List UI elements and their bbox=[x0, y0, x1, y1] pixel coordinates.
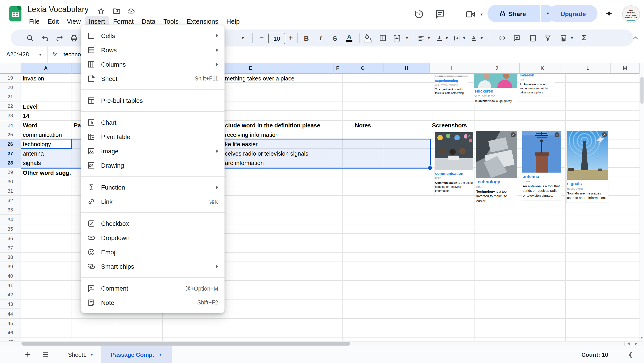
column-header-K[interactable]: K bbox=[520, 63, 565, 74]
column-header-G[interactable]: G bbox=[342, 63, 384, 74]
card-close-icon[interactable]: ✕ bbox=[511, 132, 516, 137]
cell-A22[interactable]: Level bbox=[23, 103, 38, 110]
search-button[interactable] bbox=[24, 29, 36, 46]
italic-button[interactable]: I bbox=[317, 29, 325, 46]
row-header-41[interactable]: 41 bbox=[0, 281, 21, 290]
cell-E25[interactable]: receiving information bbox=[225, 131, 278, 138]
scroll-left-arrow-icon[interactable]: ◀ bbox=[624, 341, 632, 346]
insert-menu-item-rows[interactable]: Rows bbox=[81, 43, 224, 57]
insert-menu-item-comment[interactable]: Comment⌘+Option+M bbox=[81, 281, 224, 296]
vocab-card-communication[interactable]: ✕communicationnounCommunication is the a… bbox=[435, 132, 473, 195]
column-header-J[interactable]: J bbox=[474, 63, 520, 74]
account-avatar[interactable]: THEONLINEREADINGSPECIALIST bbox=[622, 5, 640, 23]
comment-history-icon[interactable] bbox=[435, 9, 446, 20]
font-size-input[interactable]: 10 bbox=[268, 33, 285, 44]
upgrade-button[interactable]: Upgrade bbox=[549, 5, 598, 22]
menubar-item-help[interactable]: Help bbox=[222, 16, 244, 27]
borders-button[interactable] bbox=[378, 29, 387, 46]
insert-menu-item-dropdown[interactable]: Dropdown bbox=[81, 231, 224, 245]
row-header-31[interactable]: 31 bbox=[0, 186, 21, 196]
tab-passage-comp[interactable]: Passage Comp. ▼ bbox=[101, 346, 172, 363]
scroll-right-arrow-icon[interactable]: ▶ bbox=[632, 341, 640, 346]
cell-A29[interactable]: Other word sugg. bbox=[23, 169, 71, 176]
row-header-33[interactable]: 33 bbox=[0, 205, 21, 215]
text-rotation-arrow-icon[interactable]: ▼ bbox=[479, 29, 484, 46]
name-box[interactable]: A26:H28 ▼ bbox=[0, 46, 48, 63]
meet-dropdown-arrow-icon[interactable]: ▼ bbox=[480, 12, 484, 16]
cell-A25[interactable]: communication bbox=[23, 131, 62, 138]
select-all-corner[interactable] bbox=[0, 63, 21, 74]
merge-dropdown-arrow-icon[interactable]: ▼ bbox=[404, 29, 410, 46]
cell-I24[interactable]: Screenshots bbox=[432, 122, 467, 129]
increase-font-size-button[interactable]: + bbox=[287, 29, 295, 46]
share-button[interactable]: Share bbox=[488, 5, 540, 22]
row-header-22[interactable]: 22 bbox=[0, 102, 21, 111]
collapse-side-panel-icon[interactable]: ❮ bbox=[628, 351, 634, 359]
add-sheet-button[interactable] bbox=[22, 349, 33, 360]
cell-A19[interactable]: invasion bbox=[23, 75, 44, 82]
insert-menu-item-columns[interactable]: Columns bbox=[81, 57, 224, 71]
vocab-card-experimenting[interactable]: experimentingverb, present participleTo … bbox=[435, 73, 468, 97]
redo-button[interactable] bbox=[54, 29, 65, 46]
insert-menu-item-pivot-table[interactable]: Pivot table bbox=[81, 130, 224, 144]
fill-handle[interactable] bbox=[428, 165, 432, 170]
bold-button[interactable]: B bbox=[302, 29, 310, 46]
row-header-25[interactable]: 25 bbox=[0, 130, 21, 139]
menubar-item-file[interactable]: File bbox=[25, 16, 44, 27]
text-wrap-button[interactable] bbox=[452, 29, 461, 46]
filter-views-arrow-icon[interactable]: ▼ bbox=[569, 29, 575, 46]
move-folder-icon[interactable] bbox=[113, 7, 121, 15]
row-header-47[interactable]: 47 bbox=[0, 338, 21, 341]
decrease-font-size-button[interactable]: − bbox=[258, 29, 266, 46]
undo-button[interactable] bbox=[39, 29, 51, 46]
insert-menu-item-sheet[interactable]: SheetShift+F11 bbox=[81, 71, 224, 86]
cell-E19[interactable]: mething takes over a place bbox=[225, 75, 294, 82]
row-header-43[interactable]: 43 bbox=[0, 300, 21, 309]
row-header-32[interactable]: 32 bbox=[0, 196, 21, 205]
name-box-arrow-icon[interactable]: ▼ bbox=[38, 53, 42, 57]
column-header-F[interactable]: F bbox=[334, 63, 342, 74]
print-button[interactable] bbox=[68, 29, 80, 46]
star-icon[interactable] bbox=[97, 7, 105, 15]
gemini-icon[interactable]: ✦ bbox=[605, 9, 613, 18]
column-header-H[interactable]: H bbox=[384, 63, 430, 74]
cell-A24[interactable]: Word bbox=[23, 122, 38, 129]
card-close-icon[interactable]: ✕ bbox=[602, 132, 607, 137]
meet-camera-icon[interactable] bbox=[465, 9, 476, 20]
functions-button[interactable]: Σ bbox=[579, 29, 590, 46]
row-header-20[interactable]: 20 bbox=[0, 83, 21, 92]
column-header-I[interactable]: I bbox=[430, 63, 474, 74]
fill-color-button[interactable] bbox=[363, 29, 372, 46]
insert-menu-item-pre-built-tables[interactable]: Pre-built tables bbox=[81, 93, 224, 108]
vertical-scrollbar[interactable] bbox=[640, 63, 644, 341]
row-header-37[interactable]: 37 bbox=[0, 243, 21, 253]
filter-views-button[interactable] bbox=[558, 29, 568, 46]
row-header-46[interactable]: 46 bbox=[0, 328, 21, 337]
vocab-card-snickered[interactable]: snickeredverb, past tenseTo snicker is t… bbox=[474, 73, 517, 105]
insert-menu-item-note[interactable]: NoteShift+F2 bbox=[81, 296, 224, 310]
document-title[interactable]: Lexia Vocabulary bbox=[27, 5, 88, 14]
column-header-L[interactable]: L bbox=[565, 63, 611, 74]
text-wrap-arrow-icon[interactable]: ▼ bbox=[462, 29, 467, 46]
insert-menu-item-smart-chips[interactable]: Smart chips bbox=[81, 259, 224, 274]
cell-E24[interactable]: clude word in the definition please bbox=[225, 122, 320, 129]
text-color-button[interactable]: A bbox=[345, 29, 353, 46]
column-header-A[interactable]: A bbox=[20, 63, 72, 74]
row-header-35[interactable]: 35 bbox=[0, 224, 21, 234]
horizontal-align-arrow-icon[interactable]: ▼ bbox=[426, 29, 432, 46]
hide-toolbar-button[interactable] bbox=[630, 29, 641, 46]
row-header-34[interactable]: 34 bbox=[0, 215, 21, 224]
insert-chart-button[interactable] bbox=[528, 29, 538, 46]
vocab-card-technology[interactable]: ✕technologynounTechnology is a tool inve… bbox=[476, 131, 517, 206]
row-header-44[interactable]: 44 bbox=[0, 309, 21, 319]
scroll-down-arrow-icon[interactable]: ▼ bbox=[640, 335, 644, 341]
row-header-36[interactable]: 36 bbox=[0, 234, 21, 243]
vertical-align-arrow-icon[interactable]: ▼ bbox=[444, 29, 450, 46]
vertical-align-button[interactable] bbox=[435, 29, 444, 46]
create-filter-button[interactable] bbox=[543, 29, 553, 46]
version-history-icon[interactable] bbox=[414, 9, 424, 20]
strikethrough-button[interactable]: S bbox=[331, 29, 339, 46]
vocab-card-antenna[interactable]: ✕antennanounAn antenna is a tool that se… bbox=[522, 131, 561, 200]
zoom-dropdown-arrow-icon[interactable]: ▼ bbox=[240, 29, 246, 46]
row-header-45[interactable]: 45 bbox=[0, 319, 21, 328]
